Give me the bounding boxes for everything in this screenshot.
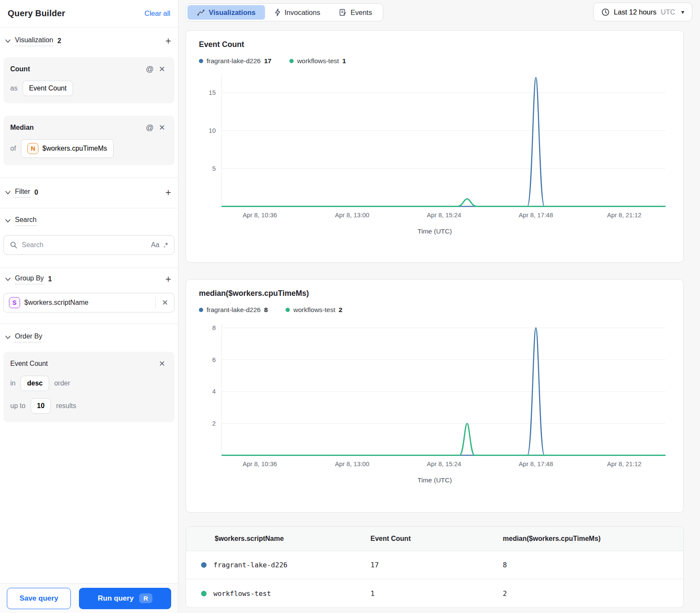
table-row[interactable]: workflows-test 1 2 [186, 579, 683, 607]
chart-legend: fragrant-lake-d226 17 workflows-test 1 [199, 57, 671, 65]
add-filter-button[interactable]: + [164, 188, 173, 198]
chevron-down-icon[interactable] [5, 336, 11, 339]
lightning-bolt-icon [274, 9, 281, 16]
table-row[interactable]: fragrant-lake-d226 17 8 [186, 551, 683, 579]
visualization-count: 2 [58, 37, 61, 45]
time-range-selector[interactable]: Last 12 hours UTC ▾ [593, 3, 692, 21]
sidebar-footer: Save query Run query R [0, 583, 178, 613]
legend-item[interactable]: fragrant-lake-d226 17 [199, 57, 271, 65]
results-table-card: $workers.scriptName Event Count median($… [186, 526, 684, 608]
svg-text:2: 2 [212, 420, 216, 427]
close-icon[interactable]: ✕ [156, 64, 168, 74]
chart-title: median($workers.cpuTimeMs) [199, 289, 671, 298]
legend-item[interactable]: workflows-test 1 [289, 57, 346, 65]
aggregation-title: Count [10, 65, 143, 73]
filter-section-header: Filter 0 + [3, 183, 175, 202]
series-dot [201, 562, 207, 568]
legend-item[interactable]: fragrant-lake-d226 8 [199, 306, 268, 314]
match-case-icon[interactable]: Aa [151, 241, 160, 249]
svg-text:10: 10 [209, 127, 216, 134]
x-axis-title: Time (UTC) [199, 228, 671, 235]
chevron-down-icon[interactable] [5, 277, 11, 281]
add-group-by-button[interactable]: + [164, 274, 173, 284]
chart-legend: fragrant-lake-d226 8 workflows-test 2 [199, 306, 671, 314]
group-by-section-label: Group By [15, 274, 44, 284]
order-by-section-label: Order By [15, 333, 42, 342]
up-to-label: up to [10, 402, 26, 410]
add-visualization-button[interactable]: + [164, 36, 173, 46]
save-query-button[interactable]: Save query [7, 588, 71, 609]
run-query-button[interactable]: Run query R [79, 588, 171, 609]
regex-icon[interactable]: ▪* [163, 241, 168, 249]
chevron-down-icon[interactable] [5, 191, 11, 195]
table-header-row: $workers.scriptName Event Count median($… [186, 527, 683, 551]
results-label: results [56, 402, 76, 410]
series-dot [286, 308, 290, 312]
legend-item[interactable]: workflows-test 2 [286, 306, 342, 314]
tab-invocations[interactable]: Invocations [265, 5, 330, 20]
clear-all-button[interactable]: Clear all [144, 9, 170, 18]
query-builder-sidebar: Query Builder Clear all Visualization 2 … [0, 0, 178, 613]
cputimems-field-chip[interactable]: N $workers.cpuTimeMs [21, 139, 113, 158]
svg-text:Apr 8, 15:24: Apr 8, 15:24 [427, 461, 461, 467]
event-count-chart-card: Event Count fragrant-lake-d226 17 workfl… [186, 30, 684, 263]
tab-visualizations[interactable]: Visualizations [187, 5, 265, 20]
svg-text:Apr 8, 21:12: Apr 8, 21:12 [607, 461, 642, 467]
page-title: Query Builder [8, 9, 65, 18]
svg-text:5: 5 [212, 165, 216, 172]
group-by-field: $workers.scriptName [24, 299, 155, 306]
search-section-label: Search [15, 216, 37, 226]
event-count-alias-chip[interactable]: Event Count [23, 81, 73, 96]
count-aggregation-card: Count @ ✕ as Event Count [3, 57, 175, 103]
median-aggregation-card: Median @ ✕ of N $workers.cpuTimeMs [3, 116, 175, 165]
svg-text:15: 15 [209, 89, 216, 96]
median-cputime-line-chart[interactable]: 2468Apr 8, 10:36Apr 8, 13:00Apr 8, 15:24… [199, 316, 671, 476]
visualization-section-label: Visualization [15, 36, 53, 46]
close-icon[interactable]: ✕ [156, 123, 168, 132]
close-icon[interactable]: ✕ [156, 359, 168, 368]
visualization-section-header: Visualization 2 + [3, 34, 175, 48]
mention-icon[interactable]: @ [143, 64, 156, 74]
median-value: 2 [503, 590, 683, 598]
event-count-line-chart[interactable]: 51015Apr 8, 10:36Apr 8, 13:00Apr 8, 15:2… [199, 67, 671, 227]
limit-chip[interactable]: 10 [31, 398, 51, 414]
event-count-value: 1 [370, 590, 503, 598]
filter-count: 0 [35, 189, 38, 196]
svg-text:Apr 8, 21:12: Apr 8, 21:12 [607, 212, 642, 219]
group-by-item[interactable]: S $workers.scriptName ✕ [3, 293, 175, 312]
search-icon [10, 241, 18, 249]
chart-title: Event Count [199, 40, 671, 49]
svg-text:Apr 8, 10:36: Apr 8, 10:36 [242, 461, 277, 467]
series-dot [199, 308, 203, 312]
aggregation-title: Median [10, 124, 143, 131]
series-dot [289, 59, 294, 63]
mention-icon[interactable]: @ [143, 123, 156, 132]
main-content: Visualizations Invocations Events [178, 0, 700, 613]
workers-observability-page: Query Builder Clear all Visualization 2 … [0, 0, 700, 613]
line-chart-icon [197, 9, 205, 16]
search-box: Aa ▪* [3, 235, 175, 255]
column-header: Event Count [370, 535, 503, 543]
svg-text:Apr 8, 13:00: Apr 8, 13:00 [335, 461, 370, 467]
chevron-down-icon[interactable] [5, 219, 11, 223]
svg-text:4: 4 [212, 388, 216, 395]
time-range-label: Last 12 hours [614, 8, 656, 16]
sort-direction-chip[interactable]: desc [20, 376, 49, 391]
in-label: in [10, 379, 15, 387]
remove-group-by-icon[interactable]: ✕ [156, 298, 174, 307]
svg-text:Apr 8, 13:00: Apr 8, 13:00 [335, 212, 370, 219]
tab-events[interactable]: Events [330, 5, 381, 20]
string-type-icon: S [9, 297, 20, 308]
search-section-header: Search [3, 215, 175, 226]
view-tabs: Visualizations Invocations Events [186, 3, 383, 21]
order-label: order [54, 379, 70, 387]
svg-text:Apr 8, 17:48: Apr 8, 17:48 [519, 212, 553, 219]
chevron-down-icon[interactable] [5, 39, 11, 43]
svg-text:Apr 8, 10:36: Apr 8, 10:36 [242, 212, 277, 219]
median-cputime-chart-card: median($workers.cpuTimeMs) fragrant-lake… [186, 279, 684, 513]
group-by-section-header: Group By 1 + [3, 272, 175, 286]
column-header: median($workers.cpuTimeMs) [503, 535, 683, 543]
search-input[interactable] [22, 241, 147, 249]
svg-text:Apr 8, 17:48: Apr 8, 17:48 [519, 461, 553, 467]
series-dot [201, 591, 207, 596]
